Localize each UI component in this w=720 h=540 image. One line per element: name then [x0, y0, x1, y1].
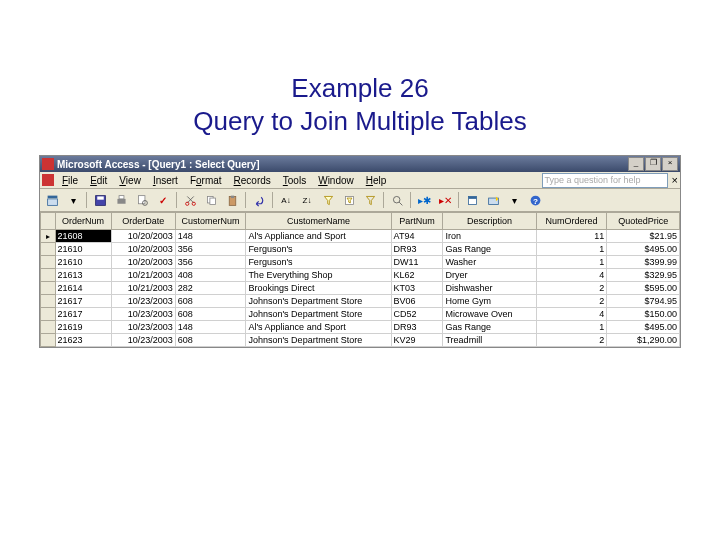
- cell-partnum[interactable]: BV06: [391, 295, 443, 308]
- filter-selection-button[interactable]: [318, 190, 338, 210]
- table-row[interactable]: 2161310/21/2003408The Everything ShopKL6…: [41, 269, 680, 282]
- dropdown-icon[interactable]: ▾: [63, 190, 83, 210]
- cell-quotedprice[interactable]: $329.95: [607, 269, 680, 282]
- menu-view[interactable]: View: [113, 174, 147, 187]
- new-object-button[interactable]: [483, 190, 503, 210]
- cell-ordernum[interactable]: 21619: [55, 321, 111, 334]
- cell-orderdate[interactable]: 10/23/2003: [111, 321, 175, 334]
- table-row[interactable]: ▸2160810/20/2003148Al's Appliance and Sp…: [41, 230, 680, 243]
- filter-form-button[interactable]: [339, 190, 359, 210]
- undo-button[interactable]: [249, 190, 269, 210]
- cell-customernum[interactable]: 356: [175, 256, 246, 269]
- table-row[interactable]: 2162310/23/2003608Johnson's Department S…: [41, 334, 680, 347]
- cell-description[interactable]: Dishwasher: [443, 282, 536, 295]
- cell-orderdate[interactable]: 10/20/2003: [111, 230, 175, 243]
- cell-ordernum[interactable]: 21617: [55, 308, 111, 321]
- menu-records[interactable]: Records: [228, 174, 277, 187]
- cell-quotedprice[interactable]: $399.99: [607, 256, 680, 269]
- cell-quotedprice[interactable]: $595.00: [607, 282, 680, 295]
- cell-orderdate[interactable]: 10/21/2003: [111, 282, 175, 295]
- cell-partnum[interactable]: DR93: [391, 243, 443, 256]
- apply-filter-button[interactable]: [360, 190, 380, 210]
- table-row[interactable]: 2161410/21/2003282Brookings DirectKT03Di…: [41, 282, 680, 295]
- spellcheck-button[interactable]: ✓: [153, 190, 173, 210]
- column-header-description[interactable]: Description: [443, 213, 536, 230]
- cell-customernum[interactable]: 148: [175, 230, 246, 243]
- menu-format[interactable]: Format: [184, 174, 228, 187]
- cell-ordernum[interactable]: 21613: [55, 269, 111, 282]
- cell-numordered[interactable]: 11: [536, 230, 607, 243]
- cell-orderdate[interactable]: 10/23/2003: [111, 334, 175, 347]
- help-search-box[interactable]: Type a question for help: [542, 173, 668, 188]
- cell-customername[interactable]: Johnson's Department Store: [246, 308, 391, 321]
- cell-description[interactable]: Iron: [443, 230, 536, 243]
- cell-customername[interactable]: Brookings Direct: [246, 282, 391, 295]
- cell-customername[interactable]: Al's Appliance and Sport: [246, 321, 391, 334]
- delete-record-button[interactable]: ▸✕: [435, 190, 455, 210]
- cell-numordered[interactable]: 1: [536, 321, 607, 334]
- help-button[interactable]: ?: [525, 190, 545, 210]
- cell-ordernum[interactable]: 21608: [55, 230, 111, 243]
- cell-description[interactable]: Home Gym: [443, 295, 536, 308]
- row-selector[interactable]: [41, 295, 56, 308]
- close-button[interactable]: ×: [662, 157, 678, 171]
- row-selector[interactable]: ▸: [41, 230, 56, 243]
- cell-customernum[interactable]: 608: [175, 308, 246, 321]
- cell-quotedprice[interactable]: $495.00: [607, 321, 680, 334]
- table-row[interactable]: 2161010/20/2003356Ferguson'sDR93Gas Rang…: [41, 243, 680, 256]
- menu-window[interactable]: Window: [312, 174, 360, 187]
- column-header-ordernum[interactable]: OrderNum: [55, 213, 111, 230]
- cell-ordernum[interactable]: 21610: [55, 243, 111, 256]
- cell-numordered[interactable]: 1: [536, 256, 607, 269]
- cell-numordered[interactable]: 4: [536, 269, 607, 282]
- cell-customernum[interactable]: 608: [175, 334, 246, 347]
- cell-description[interactable]: Treadmill: [443, 334, 536, 347]
- cell-customername[interactable]: Ferguson's: [246, 256, 391, 269]
- cell-numordered[interactable]: 2: [536, 334, 607, 347]
- datasheet[interactable]: OrderNumOrderDateCustomerNumCustomerName…: [40, 212, 680, 347]
- maximize-button[interactable]: ❐: [645, 157, 661, 171]
- cell-numordered[interactable]: 2: [536, 282, 607, 295]
- cell-description[interactable]: Washer: [443, 256, 536, 269]
- cell-numordered[interactable]: 2: [536, 295, 607, 308]
- row-selector[interactable]: [41, 334, 56, 347]
- cell-quotedprice[interactable]: $150.00: [607, 308, 680, 321]
- db-window-button[interactable]: [462, 190, 482, 210]
- column-header-numordered[interactable]: NumOrdered: [536, 213, 607, 230]
- row-selector[interactable]: [41, 256, 56, 269]
- menu-file[interactable]: File: [56, 174, 84, 187]
- cell-partnum[interactable]: AT94: [391, 230, 443, 243]
- cell-customername[interactable]: Johnson's Department Store: [246, 334, 391, 347]
- cell-ordernum[interactable]: 21614: [55, 282, 111, 295]
- minimize-button[interactable]: _: [628, 157, 644, 171]
- cell-customernum[interactable]: 282: [175, 282, 246, 295]
- row-selector[interactable]: [41, 308, 56, 321]
- cell-ordernum[interactable]: 21623: [55, 334, 111, 347]
- cut-button[interactable]: [180, 190, 200, 210]
- cell-numordered[interactable]: 4: [536, 308, 607, 321]
- cell-orderdate[interactable]: 10/20/2003: [111, 256, 175, 269]
- cell-partnum[interactable]: DW11: [391, 256, 443, 269]
- print-button[interactable]: [111, 190, 131, 210]
- cell-description[interactable]: Dryer: [443, 269, 536, 282]
- sort-desc-button[interactable]: Z↓: [297, 190, 317, 210]
- cell-numordered[interactable]: 1: [536, 243, 607, 256]
- cell-partnum[interactable]: KL62: [391, 269, 443, 282]
- cell-orderdate[interactable]: 10/23/2003: [111, 295, 175, 308]
- cell-customernum[interactable]: 408: [175, 269, 246, 282]
- table-row[interactable]: 2161010/20/2003356Ferguson'sDW11Washer1$…: [41, 256, 680, 269]
- row-selector[interactable]: [41, 269, 56, 282]
- cell-description[interactable]: Microwave Oven: [443, 308, 536, 321]
- new-record-button[interactable]: ▸✱: [414, 190, 434, 210]
- titlebar[interactable]: Microsoft Access - [Query1 : Select Quer…: [40, 156, 680, 172]
- cell-quotedprice[interactable]: $1,290.00: [607, 334, 680, 347]
- cell-ordernum[interactable]: 21617: [55, 295, 111, 308]
- column-header-partnum[interactable]: PartNum: [391, 213, 443, 230]
- print-preview-button[interactable]: [132, 190, 152, 210]
- cell-quotedprice[interactable]: $794.95: [607, 295, 680, 308]
- select-all-corner[interactable]: [41, 213, 56, 230]
- paste-button[interactable]: [222, 190, 242, 210]
- menu-help[interactable]: Help: [360, 174, 393, 187]
- cell-customername[interactable]: Al's Appliance and Sport: [246, 230, 391, 243]
- menu-edit[interactable]: Edit: [84, 174, 113, 187]
